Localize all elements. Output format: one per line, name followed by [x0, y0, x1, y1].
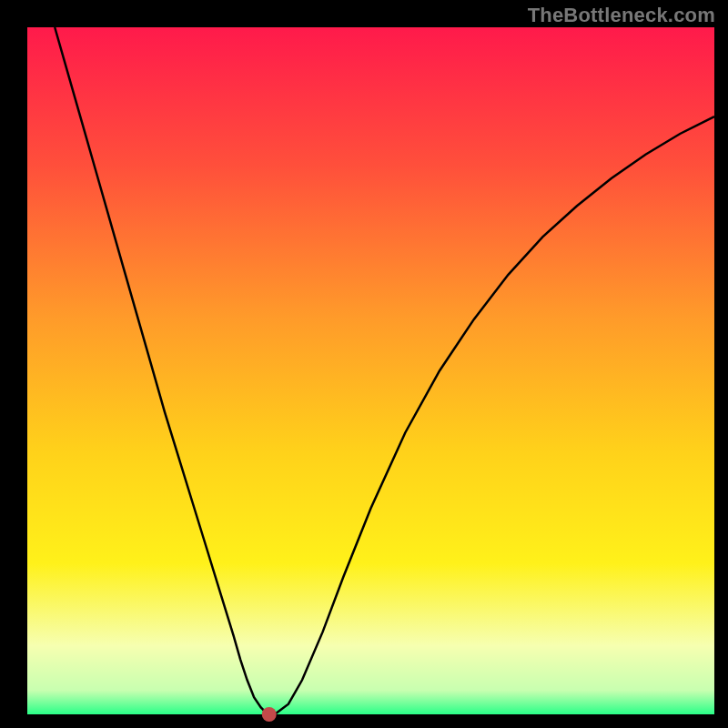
minimum-marker: [262, 707, 277, 722]
plot-area: [27, 27, 714, 714]
bottleneck-chart: [0, 0, 728, 728]
chart-frame: TheBottleneck.com: [0, 0, 728, 728]
